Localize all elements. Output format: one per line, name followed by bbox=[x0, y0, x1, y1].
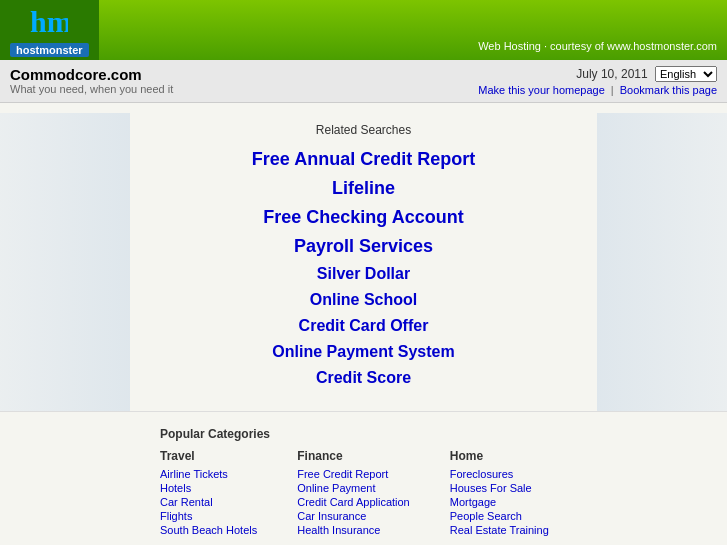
related-link-1[interactable]: Free Annual Credit Report bbox=[252, 149, 475, 170]
related-link-2[interactable]: Lifeline bbox=[332, 178, 395, 199]
category-travel: Travel Airline Tickets Hotels Car Rental… bbox=[160, 449, 257, 538]
home-link-2[interactable]: Houses For Sale bbox=[450, 482, 549, 494]
category-finance-heading: Finance bbox=[297, 449, 410, 463]
related-label: Related Searches bbox=[316, 123, 411, 137]
finance-link-4[interactable]: Car Insurance bbox=[297, 510, 410, 522]
popular-section: Popular Categories Travel Airline Ticket… bbox=[0, 411, 727, 545]
related-link-9[interactable]: Credit Score bbox=[316, 369, 411, 387]
travel-link-2[interactable]: Hotels bbox=[160, 482, 257, 494]
categories-grid: Travel Airline Tickets Hotels Car Rental… bbox=[160, 449, 707, 538]
date-display: July 10, 2011 English Spanish French bbox=[478, 66, 717, 82]
sub-header: Commodcore.com What you need, when you n… bbox=[0, 60, 727, 103]
center-content: Related Searches Free Annual Credit Repo… bbox=[130, 113, 597, 411]
finance-link-2[interactable]: Online Payment bbox=[297, 482, 410, 494]
related-link-5[interactable]: Silver Dollar bbox=[317, 265, 410, 283]
search-results-wrapper: Related Searches Free Annual Credit Repo… bbox=[0, 113, 727, 411]
travel-link-5[interactable]: South Beach Hotels bbox=[160, 524, 257, 536]
hosting-bar: Web Hosting · courtesy of www.hostmonste… bbox=[478, 40, 717, 52]
top-header: hm hostmonster Web Hosting · courtesy of… bbox=[0, 0, 727, 60]
logo-icon: hm bbox=[30, 4, 68, 41]
related-link-7[interactable]: Credit Card Offer bbox=[299, 317, 429, 335]
home-link-4[interactable]: People Search bbox=[450, 510, 549, 522]
main-content: Related Searches Free Annual Credit Repo… bbox=[0, 103, 727, 545]
finance-link-5[interactable]: Health Insurance bbox=[297, 524, 410, 536]
travel-link-4[interactable]: Flights bbox=[160, 510, 257, 522]
category-home: Home Foreclosures Houses For Sale Mortga… bbox=[450, 449, 549, 538]
logo-area: hm hostmonster bbox=[0, 0, 99, 60]
date-lang: July 10, 2011 English Spanish French Mak… bbox=[478, 66, 717, 96]
related-link-4[interactable]: Payroll Services bbox=[294, 236, 433, 257]
site-info: Commodcore.com What you need, when you n… bbox=[10, 66, 173, 95]
category-travel-heading: Travel bbox=[160, 449, 257, 463]
finance-link-1[interactable]: Free Credit Report bbox=[297, 468, 410, 480]
site-title: Commodcore.com bbox=[10, 66, 173, 83]
site-tagline: What you need, when you need it bbox=[10, 83, 173, 95]
home-link-3[interactable]: Mortgage bbox=[450, 496, 549, 508]
travel-link-3[interactable]: Car Rental bbox=[160, 496, 257, 508]
related-link-8[interactable]: Online Payment System bbox=[272, 343, 454, 361]
homepage-link[interactable]: Make this your homepage bbox=[478, 84, 605, 96]
home-link-1[interactable]: Foreclosures bbox=[450, 468, 549, 480]
category-finance: Finance Free Credit Report Online Paymen… bbox=[297, 449, 410, 538]
finance-link-3[interactable]: Credit Card Application bbox=[297, 496, 410, 508]
logo-text: hm hostmonster bbox=[10, 4, 89, 57]
related-link-3[interactable]: Free Checking Account bbox=[263, 207, 463, 228]
date-links: Make this your homepage | Bookmark this … bbox=[478, 84, 717, 96]
related-link-6[interactable]: Online School bbox=[310, 291, 418, 309]
popular-title: Popular Categories bbox=[160, 427, 707, 441]
separator: | bbox=[611, 84, 614, 96]
logo-brand: hostmonster bbox=[10, 43, 89, 57]
home-link-5[interactable]: Real Estate Training bbox=[450, 524, 549, 536]
category-home-heading: Home bbox=[450, 449, 549, 463]
right-stripe bbox=[597, 113, 727, 411]
left-stripe bbox=[0, 113, 130, 411]
language-select[interactable]: English Spanish French bbox=[655, 66, 717, 82]
svg-text:hm: hm bbox=[30, 5, 68, 36]
bookmark-link[interactable]: Bookmark this page bbox=[620, 84, 717, 96]
travel-link-1[interactable]: Airline Tickets bbox=[160, 468, 257, 480]
